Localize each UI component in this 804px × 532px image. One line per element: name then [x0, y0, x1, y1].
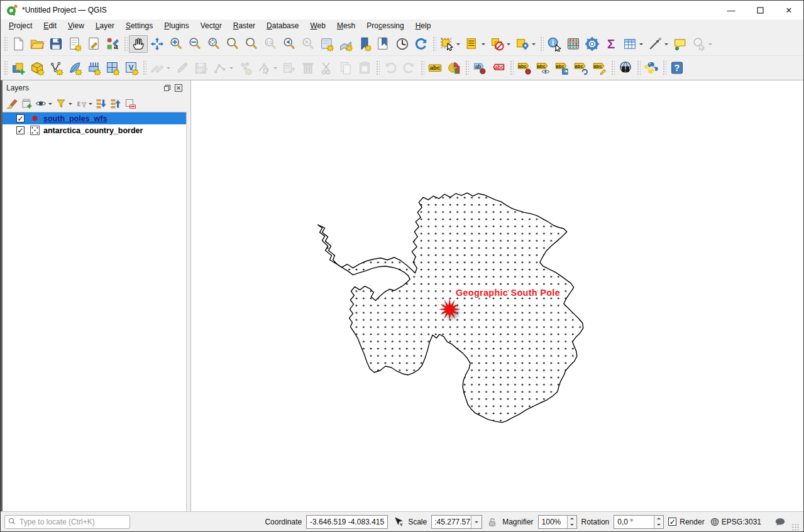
- zoom-to-layer-button[interactable]: [223, 35, 242, 53]
- locate-box[interactable]: [4, 515, 130, 529]
- rotation-spinbox[interactable]: 0,0 °: [614, 515, 664, 529]
- new-virtual-layer-button[interactable]: V: [122, 59, 141, 77]
- coordinate-value[interactable]: -3.646.519 -4.083.415: [306, 515, 388, 529]
- show-hide-labels-button[interactable]: abc: [534, 59, 553, 77]
- rotation-down[interactable]: [654, 522, 663, 528]
- open-project-button[interactable]: [28, 35, 47, 53]
- menu-processing[interactable]: Processing: [361, 20, 409, 31]
- menu-help[interactable]: Help: [410, 20, 437, 31]
- layer-checkbox[interactable]: ✓: [16, 114, 25, 122]
- toolbar-grip[interactable]: [465, 60, 469, 76]
- menu-mesh[interactable]: Mesh: [331, 20, 361, 31]
- temporal-controller-button[interactable]: [393, 35, 412, 53]
- new-gpx-layer-button[interactable]: [103, 59, 122, 77]
- maximize-button[interactable]: [746, 1, 774, 19]
- expand-all-button[interactable]: [94, 97, 108, 111]
- open-attribute-table-button[interactable]: [620, 35, 646, 53]
- close-button[interactable]: ✕: [774, 1, 803, 19]
- deselect-features-dropdown[interactable]: [505, 36, 511, 52]
- map-canvas[interactable]: Geographic South Pole: [191, 80, 803, 511]
- current-edits-dropdown[interactable]: [165, 60, 171, 75]
- render-checkbox[interactable]: ✓: [668, 518, 676, 526]
- menu-layer[interactable]: Layer: [90, 20, 120, 31]
- panel-float-icon[interactable]: [163, 84, 172, 92]
- layer-row-south_poles_wfs[interactable]: ✓south_poles_wfs: [3, 112, 186, 124]
- layer-name[interactable]: antarctica_country_border: [43, 126, 143, 135]
- toolbar-grip[interactable]: [539, 36, 544, 52]
- layer-name[interactable]: south_poles_wfs: [43, 114, 107, 123]
- measure-line-button[interactable]: °: [646, 35, 671, 53]
- pin-label-button[interactable]: abc: [515, 59, 534, 77]
- filter-legend-button[interactable]: [54, 97, 74, 111]
- toolbar-grip[interactable]: [636, 60, 641, 76]
- add-group-button[interactable]: [19, 97, 33, 111]
- run-feature-action-dropdown[interactable]: [707, 36, 713, 52]
- messages-icon[interactable]: [774, 516, 786, 528]
- new-shapefile-layer-button[interactable]: [47, 59, 65, 77]
- menu-settings[interactable]: Settings: [120, 20, 158, 31]
- vertex-tool-dropdown[interactable]: [272, 60, 278, 75]
- new-3d-map-view-button[interactable]: [336, 35, 355, 53]
- select-features-by-value-dropdown[interactable]: [480, 36, 486, 52]
- layer-labeling-options-button[interactable]: abc: [426, 59, 444, 77]
- highlight-pinned-labels-button[interactable]: abc: [489, 59, 508, 77]
- new-print-layout-button[interactable]: [65, 35, 84, 53]
- filter-legend-expression-button[interactable]: ε: [74, 97, 94, 111]
- minimize-button[interactable]: —: [717, 1, 746, 19]
- zoom-in-button[interactable]: [167, 35, 185, 53]
- python-console-button[interactable]: [642, 59, 661, 77]
- layer-diagram-options-button[interactable]: [444, 59, 463, 77]
- toolbar-grip[interactable]: [420, 60, 424, 76]
- resize-grip[interactable]: [791, 523, 800, 531]
- menu-edit[interactable]: Edit: [38, 20, 62, 31]
- filter-legend-dropdown[interactable]: [68, 97, 73, 110]
- locate-input[interactable]: [19, 518, 127, 526]
- show-layout-manager-button[interactable]: [84, 35, 103, 53]
- scale-combo[interactable]: :45.277.572: [431, 515, 482, 529]
- toolbar-grip[interactable]: [662, 60, 666, 76]
- pin-unpin-labels-diagrams-button[interactable]: ab: [470, 59, 489, 77]
- digitize-segment-dropdown[interactable]: [228, 60, 234, 75]
- toolbar-grip[interactable]: [123, 36, 128, 52]
- layer-row-antarctica_country_border[interactable]: ✓antarctica_country_border: [3, 124, 186, 136]
- menu-database[interactable]: Database: [261, 20, 304, 31]
- toolbar-grip[interactable]: [142, 60, 146, 76]
- refresh-map-button[interactable]: [412, 35, 431, 53]
- zoom-out-button[interactable]: [185, 35, 204, 53]
- collapse-all-button[interactable]: [109, 97, 123, 111]
- filter-legend-expression-dropdown[interactable]: [88, 97, 93, 110]
- manage-map-themes-button[interactable]: [34, 97, 53, 111]
- magnifier-spinbox[interactable]: 100%: [538, 515, 577, 529]
- manage-map-themes-dropdown[interactable]: [48, 97, 53, 110]
- measure-line-dropdown[interactable]: [663, 36, 669, 52]
- rotate-label-button[interactable]: abc: [571, 59, 590, 77]
- rotation-up[interactable]: [654, 516, 663, 522]
- toolbar-grip[interactable]: [375, 60, 380, 76]
- open-attribute-table-dropdown[interactable]: [638, 36, 644, 52]
- lock-scale-icon[interactable]: [487, 516, 498, 528]
- select-features-by-value-button[interactable]: [463, 35, 488, 53]
- menu-plugins[interactable]: Plugins: [158, 20, 194, 31]
- zoom-last-button[interactable]: [280, 35, 299, 53]
- help-contents-button[interactable]: ?: [668, 59, 686, 77]
- style-manager-button[interactable]: a: [103, 35, 122, 53]
- new-spatialite-layer-button[interactable]: [65, 59, 84, 77]
- magnifier-down[interactable]: [568, 522, 576, 528]
- new-project-button[interactable]: [9, 35, 28, 53]
- menu-vector[interactable]: Vector: [195, 20, 228, 31]
- zoom-to-selection-button[interactable]: [242, 35, 261, 53]
- remove-layer-button[interactable]: [123, 97, 137, 111]
- new-geopackage-layer-button[interactable]: [28, 59, 47, 77]
- new-spatial-bookmark-button[interactable]: [355, 35, 374, 53]
- save-project-button[interactable]: [47, 35, 65, 53]
- open-field-calculator-button[interactable]: [564, 35, 583, 53]
- menu-project[interactable]: Project: [3, 20, 38, 31]
- processing-toolbox-button[interactable]: [583, 35, 602, 53]
- open-data-source-manager-button[interactable]: [9, 59, 28, 77]
- menu-raster[interactable]: Raster: [228, 20, 261, 31]
- toolbar-grip[interactable]: [432, 36, 436, 52]
- move-label-button[interactable]: abc: [553, 59, 571, 77]
- zoom-full-button[interactable]: [204, 35, 223, 53]
- epsg-label[interactable]: EPSG:3031: [722, 518, 761, 526]
- select-features-button[interactable]: [438, 35, 463, 53]
